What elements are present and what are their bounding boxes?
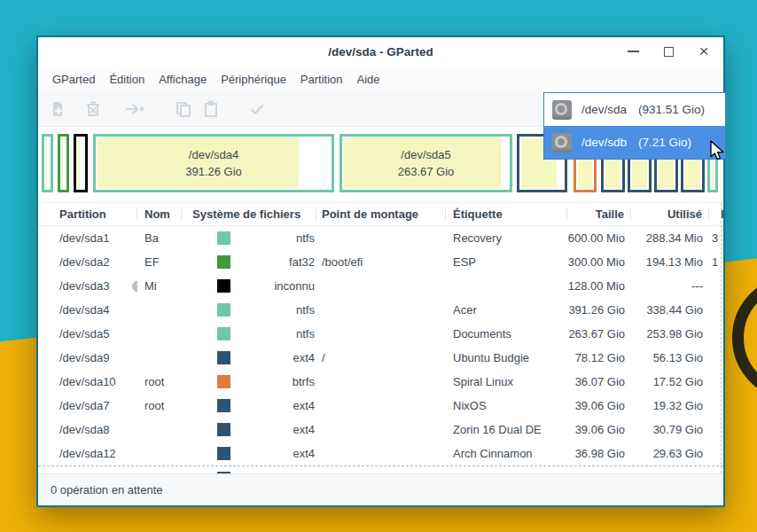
table-row[interactable]: /dev/sda4ntfsAcer391.26 Gio338.44 Gio [38, 298, 723, 322]
cell-filesystem: ntfs [182, 226, 316, 250]
cell-label: Zorin 16 Dual DE [446, 418, 567, 442]
cell-size: 300.00 Mio [567, 250, 631, 274]
maximize-button[interactable] [661, 44, 675, 59]
menu-item-peripherique[interactable]: Périphérique [214, 69, 293, 90]
cell-size: 36.98 Gio [567, 442, 631, 466]
statusbar: 0 opération en attente [38, 473, 723, 505]
menu-item-edition[interactable]: Édition [102, 69, 152, 90]
cell-used: 288.34 Mio [631, 226, 709, 250]
table-row[interactable]: /dev/sda8ext4Zorin 16 Dual DE39.06 Gio30… [38, 418, 723, 442]
column-header-taille[interactable]: Taille [567, 207, 631, 221]
cell-partition: /dev/sda4 [38, 298, 137, 322]
cell-used: 194.13 Mio [631, 250, 709, 274]
cell-partition: /dev/sda12 [38, 442, 137, 466]
column-header-utilise[interactable]: Utilisé [631, 207, 709, 221]
bar-segment-0[interactable] [42, 134, 53, 192]
menu-item-aide[interactable]: Aide [350, 69, 387, 90]
cell-size: 39.06 Gio [567, 394, 631, 418]
table-row[interactable]: /dev/sda9ext4/Ubuntu Budgie78.12 Gio56.1… [38, 346, 723, 370]
cell-filesystem: btrfs [182, 370, 316, 394]
filesystem-name: ext4 [230, 399, 315, 412]
dropdown-item--dev-sdb[interactable]: /dev/sdb(7.21 Gio) [544, 126, 725, 159]
cell-mount-point [316, 298, 446, 322]
cell-used: 253.98 Gio [631, 322, 709, 346]
cell-filesystem: ext4 [182, 346, 316, 370]
menu-item-affichage[interactable]: Affichage [152, 69, 214, 90]
delete-partition-button[interactable] [82, 98, 104, 120]
filesystem-color-swatch [217, 472, 230, 473]
device-dropdown: /dev/sda(931.51 Gio)/dev/sdb(7.21 Gio) [543, 92, 726, 160]
cell-filesystem: ext4 [182, 466, 316, 473]
hard-disk-icon [552, 100, 572, 120]
device-size: (7.21 Gio) [638, 136, 691, 149]
column-header-etiquette[interactable]: Étiquette [446, 207, 567, 221]
cell-filesystem: inconnu [182, 274, 316, 298]
cell-label: NixOS [446, 394, 567, 418]
minimize-button[interactable] [626, 44, 640, 59]
resize-move-button[interactable] [124, 98, 145, 120]
cell-size: 36.07 Gio [567, 370, 631, 394]
table-row[interactable]: /dev/sda10rootbtrfsSpiral Linux36.07 Gio… [38, 370, 723, 394]
bar-segment-used-space [46, 138, 47, 188]
filesystem-name: ntfs [230, 303, 315, 317]
bar-segment--dev-sda4[interactable]: /dev/sda4391.26 Gio [93, 134, 334, 192]
new-partition-button[interactable] [47, 98, 68, 120]
device-size: (931.51 Gio) [638, 103, 705, 116]
cell-mount-point: / [316, 346, 446, 370]
cell-name [137, 346, 182, 370]
cell-label: Solus [446, 466, 567, 473]
table-row[interactable]: /dev/sda1BantfsRecovery600.00 Mio288.34 … [38, 226, 723, 250]
partition-table: PartitionNomSystème de fichiersPoint de … [38, 202, 723, 473]
cell-mount-point [316, 466, 446, 473]
filesystem-name: ext4 [230, 447, 315, 460]
bar-segment--dev-sda5[interactable]: /dev/sda5263.67 Gio [339, 134, 512, 192]
menu-item-gparted[interactable]: GParted [45, 69, 102, 90]
column-header-point-de-montage[interactable]: Point de montage [316, 207, 446, 221]
filesystem-name: ext4 [230, 472, 315, 473]
filesystem-color-swatch [217, 279, 230, 293]
table-row[interactable]: /dev/sda12ext4Arch Cinnamon36.98 Gio29.6… [38, 442, 723, 466]
cell-size: 78.12 Gio [567, 346, 631, 370]
copy-icon [175, 100, 192, 118]
cell-name: root [137, 370, 182, 394]
copy-button[interactable] [173, 98, 194, 120]
cell-used: 29.63 Gio [631, 442, 709, 466]
cell-size: 391.26 Gio [567, 298, 631, 322]
filesystem-name: ntfs [230, 327, 315, 340]
column-header-nom[interactable]: Nom [137, 207, 182, 221]
cell-partition: /dev/sda1 [38, 226, 137, 250]
table-row[interactable]: /dev/sda6ext4Solus36.08 Gio31.20 Gio [38, 466, 723, 473]
cell-mount-point [316, 394, 446, 418]
bar-segment-2[interactable] [74, 134, 88, 192]
apply-button[interactable] [246, 98, 268, 120]
cell-partition: /dev/sda6 [38, 466, 137, 473]
filesystem-color-swatch [217, 231, 230, 245]
titlebar[interactable]: /dev/sda - GParted × [38, 37, 723, 66]
paste-button[interactable] [200, 98, 222, 120]
partial-row-clipped: /dev/sda6ext4Solus36.08 Gio31.20 Gio [38, 466, 723, 473]
cell-filesystem: ext4 [182, 394, 316, 418]
new-partition-icon [49, 100, 66, 118]
bar-segment-label: /dev/sda4391.26 Gio [96, 137, 332, 190]
column-header-partition[interactable]: Partition [38, 207, 137, 221]
dropdown-item--dev-sda[interactable]: /dev/sda(931.51 Gio) [544, 93, 725, 126]
filesystem-name: ext4 [230, 423, 315, 436]
table-row[interactable]: /dev/sda3!Miinconnu128.00 Mio--- [38, 274, 723, 298]
cell-size: 263.67 Gio [567, 322, 631, 346]
cell-size: 39.06 Gio [567, 418, 631, 442]
cell-used: 19.32 Gio [631, 394, 709, 418]
filesystem-color-swatch [217, 423, 230, 436]
table-row[interactable]: /dev/sda5ntfsDocuments263.67 Gio253.98 G… [38, 322, 723, 346]
close-button[interactable]: × [697, 44, 711, 59]
table-row[interactable]: /dev/sda7rootext4NixOS39.06 Gio19.32 Gio [38, 394, 723, 418]
column-header-systeme-de-fichiers[interactable]: Système de fichiers [187, 207, 316, 221]
bar-segment-1[interactable] [58, 134, 69, 192]
cell-name: EF [137, 250, 182, 274]
menu-item-partition[interactable]: Partition [293, 69, 350, 90]
cell-size: 36.08 Gio [567, 466, 631, 473]
table-row[interactable]: /dev/sda2EFfat32/boot/efiESP300.00 Mio19… [38, 250, 723, 274]
filesystem-name: ntfs [230, 231, 315, 245]
minimize-icon [628, 51, 639, 52]
table-right-edge [721, 203, 722, 473]
cell-name [137, 442, 182, 466]
